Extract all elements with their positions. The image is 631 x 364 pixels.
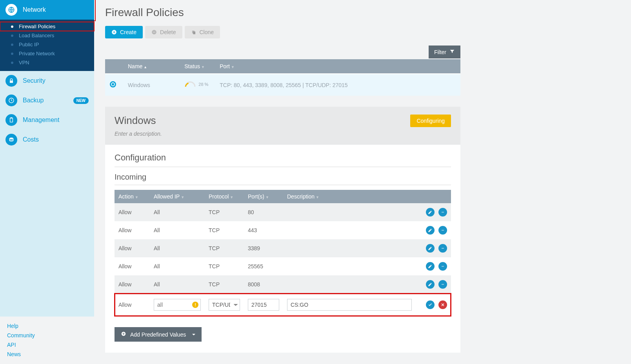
svg-rect-7 [153, 32, 155, 32]
svg-rect-9 [193, 31, 195, 34]
sidebar-section-security[interactable]: Security [0, 71, 94, 91]
subnav-load-balancers[interactable]: Load Balancers [0, 31, 94, 40]
status-pct: 28 % [198, 82, 208, 87]
clone-icon [191, 29, 196, 35]
col-allowedip[interactable]: Allowed IP▼ [150, 190, 205, 203]
rule-desc [283, 257, 416, 275]
rule-row: Allow All TCP 80 [115, 203, 451, 221]
rule-proto: TCP [205, 203, 244, 221]
clipboard-icon [5, 114, 17, 126]
row-radio[interactable] [110, 81, 116, 87]
col-action[interactable]: Action▼ [115, 190, 150, 203]
clone-button[interactable]: Clone [185, 26, 220, 38]
delete-button-label: Delete [160, 29, 176, 35]
edit-rule-button[interactable] [426, 226, 435, 235]
svg-rect-2 [10, 118, 13, 122]
rule-proto: TCP [205, 239, 244, 257]
remove-rule-button[interactable] [438, 208, 447, 217]
description-input[interactable] [287, 299, 412, 311]
sidebar-section-costs-label: Costs [23, 136, 39, 143]
config-heading: Configuration [115, 153, 451, 167]
sort-icon: ▼ [201, 65, 205, 69]
ports-input[interactable] [248, 299, 279, 311]
policy-detail-panel: Windows Enter a description. Configuring [105, 107, 460, 145]
svg-rect-3 [11, 117, 12, 118]
sidebar-section-network-label: Network [23, 6, 46, 13]
policy-table: Name▲ Status▼ Port▼ Windows 28 % TCP: 80 [105, 59, 460, 96]
sidebar-section-management[interactable]: Management [0, 110, 94, 130]
col-description[interactable]: Description▼ [283, 190, 416, 203]
sidebar-footer-links: Help Community API News [0, 317, 94, 364]
remove-rule-button[interactable] [438, 244, 447, 253]
svg-rect-12 [442, 248, 444, 249]
filter-icon [449, 49, 455, 55]
filter-button-label: Filter [434, 49, 446, 55]
sidebar-section-costs[interactable]: Costs [0, 130, 94, 149]
subnav-vpn[interactable]: VPN [0, 58, 94, 67]
rule-ports: 25565 [244, 257, 283, 275]
sidebar-section-backup[interactable]: Backup NEW [0, 91, 94, 110]
svg-point-4 [9, 138, 13, 139]
status-gauge: 28 % [184, 80, 208, 88]
rule-ip: All [150, 221, 205, 239]
rule-row: Allow All TCP 25565 [115, 257, 451, 275]
col-protocol[interactable]: Protocol▼ [205, 190, 244, 203]
cancel-rule-button[interactable] [438, 300, 447, 309]
coins-icon [5, 134, 17, 146]
rule-desc [283, 275, 416, 293]
new-badge: NEW [73, 97, 89, 104]
svg-rect-10 [442, 212, 444, 213]
col-ports[interactable]: Port(s)▼ [244, 190, 283, 203]
sidebar-section-backup-label: Backup [23, 97, 44, 104]
create-button[interactable]: Create [105, 26, 143, 38]
config-section: Configuration Incoming Action▼ Allowed I… [105, 145, 460, 353]
col-name[interactable]: Name▲ [123, 59, 180, 74]
footer-news[interactable]: News [7, 349, 87, 359]
filter-button[interactable]: Filter [429, 46, 460, 58]
sort-icon: ▼ [231, 65, 235, 69]
edit-rule-button[interactable] [426, 280, 435, 289]
svg-rect-13 [442, 266, 444, 267]
edit-rule-button[interactable] [426, 244, 435, 253]
toolbar: Create Delete Clone [105, 26, 460, 38]
rule-ports: 443 [244, 221, 283, 239]
rule-ports: 3389 [244, 239, 283, 257]
remove-rule-button[interactable] [438, 280, 447, 289]
footer-help[interactable]: Help [7, 321, 87, 331]
sidebar-section-network[interactable]: Network [0, 0, 94, 20]
delete-button[interactable]: Delete [145, 26, 182, 38]
detail-description[interactable]: Enter a description. [115, 131, 162, 137]
remove-rule-button[interactable] [438, 262, 447, 271]
col-status[interactable]: Status▼ [180, 59, 215, 74]
policy-port: TCP: 80, 443, 3389, 8008, 25565 | TCP/UD… [215, 74, 460, 96]
rule-row: Allow All TCP 3389 [115, 239, 451, 257]
col-port[interactable]: Port▼ [215, 59, 460, 74]
subnav-private-network[interactable]: Private Network [0, 49, 94, 58]
protocol-select[interactable]: TCP/UDP [209, 299, 240, 311]
remove-rule-button[interactable] [438, 226, 447, 235]
subnav-public-ip[interactable]: Public IP [0, 40, 94, 49]
edit-rule-button[interactable] [426, 262, 435, 271]
rule-proto: TCP [205, 221, 244, 239]
sidebar-section-security-label: Security [23, 77, 45, 84]
confirm-rule-button[interactable] [426, 300, 435, 309]
main: Firewall Policies Create Delete Clone [94, 0, 471, 364]
add-predefined-button[interactable]: Add Predefined Values [115, 327, 202, 342]
rule-proto: TCP [205, 275, 244, 293]
footer-community[interactable]: Community [7, 331, 87, 340]
rule-row: Allow All TCP 443 [115, 221, 451, 239]
sort-asc-icon: ▲ [144, 65, 147, 69]
footer-api[interactable]: API [7, 340, 87, 349]
rule-ip: All [150, 275, 205, 293]
policy-row[interactable]: Windows 28 % TCP: 80, 443, 3389, 8008, 2… [105, 74, 460, 96]
plus-icon [121, 331, 126, 338]
svg-rect-14 [442, 284, 444, 285]
detail-title: Windows [115, 115, 162, 127]
subnav-firewall-policies[interactable]: Firewall Policies [0, 22, 94, 31]
rule-action: Allow [115, 257, 150, 275]
rule-ip: All [150, 203, 205, 221]
edit-rule-button[interactable] [426, 208, 435, 217]
network-icon [5, 4, 17, 16]
warning-icon: ! [192, 302, 198, 308]
svg-rect-11 [442, 230, 444, 231]
